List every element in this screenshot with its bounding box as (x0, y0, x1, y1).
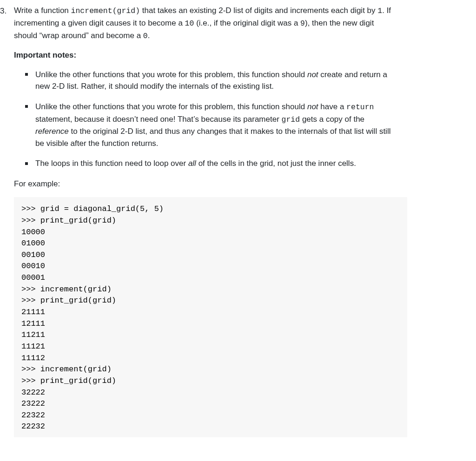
code-one: 1 (377, 7, 382, 15)
code-return: return (346, 103, 374, 112)
code-cell: >>> grid = diagonal_grid(5, 5) >>> print… (14, 197, 463, 437)
important-notes-heading: Important notes: (14, 49, 393, 61)
problem-body: Write a function increment(grid) that ta… (14, 5, 463, 197)
code-nine: 9 (300, 19, 305, 28)
intro-text-f: . (148, 31, 150, 40)
note2-d: gets a copy of the (300, 115, 364, 124)
note2-reference: reference (35, 127, 69, 136)
note-item-2: Unlike the other functions that you wrot… (25, 101, 393, 150)
code-block: >>> grid = diagonal_grid(5, 5) >>> print… (14, 197, 407, 437)
notes-list: Unlike the other functions that you wrot… (14, 69, 393, 170)
note3-b: of the cells in the grid, not just the i… (196, 159, 356, 168)
page: 3. Write a function increment(grid) that… (0, 0, 476, 437)
note2-not: not (307, 102, 318, 111)
problem-intro: Write a function increment(grid) that ta… (14, 5, 393, 42)
note2-b: have a (318, 102, 347, 111)
note1-not: not (307, 70, 318, 79)
note1-a: Unlike the other functions that you wrot… (35, 70, 307, 79)
intro-text-d: (i.e., if the original digit was a (194, 19, 300, 27)
problem-row: 3. Write a function increment(grid) that… (0, 5, 463, 197)
code-ten: 10 (185, 19, 194, 28)
note2-e: to the original 2-D list, and thus any c… (35, 127, 390, 148)
code-row: >>> grid = diagonal_grid(5, 5) >>> print… (0, 197, 463, 437)
code-grid: grid (282, 115, 300, 124)
note-item-3: The loops in this function need to loop … (25, 158, 393, 170)
note2-c: statement, because it doesn’t need one! … (35, 115, 282, 124)
note3-all: all (188, 159, 196, 168)
note2-a: Unlike the other functions that you wrot… (35, 102, 307, 111)
note-item-1: Unlike the other functions that you wrot… (25, 69, 393, 92)
problem-number: 3. (0, 7, 7, 15)
intro-text-b: that takes an existing 2-D list of digit… (140, 6, 377, 15)
code-gutter (0, 197, 14, 437)
intro-text-a: Write a function (14, 6, 71, 15)
code-increment-grid: increment(grid) (71, 7, 140, 15)
problem-number-cell: 3. (0, 5, 14, 197)
code-zero: 0 (143, 32, 148, 40)
for-example-label: For example: (14, 178, 393, 190)
note3-a: The loops in this function need to loop … (35, 159, 188, 168)
